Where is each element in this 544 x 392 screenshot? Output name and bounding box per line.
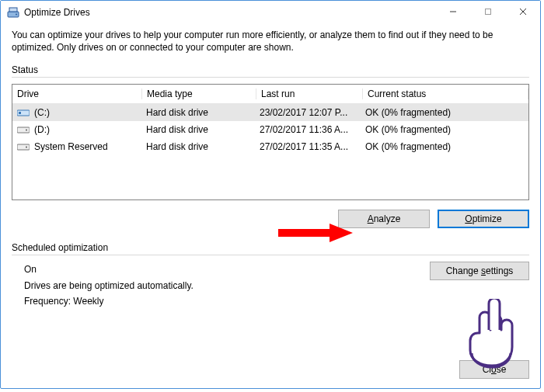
svg-point-12 (26, 147, 27, 148)
drive-status: OK (0% fragmented) (361, 141, 528, 152)
drive-name: System Reserved (34, 141, 108, 152)
minimize-button[interactable] (435, 1, 470, 23)
status-rule (12, 77, 529, 78)
col-header-media[interactable]: Media type (142, 88, 256, 99)
drive-media: Hard disk drive (141, 107, 255, 118)
status-buttons: Analyze Optimize (12, 210, 529, 228)
close-button[interactable] (505, 1, 540, 23)
drive-icon (17, 142, 30, 151)
col-header-drive[interactable]: Drive (12, 88, 142, 99)
scheduled-state: On (24, 262, 420, 277)
drive-status: OK (0% fragmented) (361, 107, 528, 118)
window-controls (435, 1, 540, 24)
svg-rect-9 (17, 127, 30, 133)
svg-rect-8 (19, 112, 21, 114)
change-settings-button[interactable]: Change settings (430, 262, 529, 280)
scheduled-label: Scheduled optimization (12, 242, 529, 253)
table-row[interactable]: (D:) Hard disk drive 27/02/2017 11:36 A.… (12, 121, 528, 138)
window-title: Optimize Drives (24, 7, 435, 18)
scheduled-freq: Frequency: Weekly (24, 293, 420, 309)
svg-rect-4 (485, 9, 490, 15)
scheduled-rule (12, 255, 529, 255)
svg-point-10 (26, 130, 27, 131)
optimize-button[interactable]: Optimize (438, 210, 529, 228)
drive-last: 23/02/2017 12:07 P... (255, 107, 361, 118)
scheduled-desc: Drives are being optimized automatically… (24, 278, 420, 293)
col-header-status[interactable]: Current status (363, 88, 528, 99)
titlebar: Optimize Drives (1, 1, 540, 24)
svg-rect-1 (9, 8, 17, 12)
drives-header-row: Drive Media type Last run Current status (12, 85, 528, 104)
drive-name: (D:) (34, 124, 50, 135)
drive-icon (17, 125, 30, 134)
status-label: Status (12, 64, 529, 75)
table-row[interactable]: (C:) Hard disk drive 23/02/2017 12:07 P.… (12, 104, 528, 121)
close-dialog-button[interactable]: Close (459, 360, 529, 379)
table-row[interactable]: System Reserved Hard disk drive 27/02/20… (12, 138, 528, 155)
analyze-button[interactable]: Analyze (338, 210, 430, 228)
drives-list[interactable]: Drive Media type Last run Current status… (12, 84, 529, 200)
app-icon (7, 6, 19, 19)
drive-icon (17, 108, 30, 117)
maximize-button[interactable] (470, 1, 505, 23)
drive-media: Hard disk drive (141, 124, 255, 135)
svg-point-2 (16, 14, 17, 16)
drive-last: 27/02/2017 11:35 A... (255, 141, 361, 152)
intro-text: You can optimize your drives to help you… (12, 29, 529, 54)
drive-name: (C:) (34, 107, 50, 118)
optimize-drives-window: Optimize Drives You can optimize your dr… (0, 0, 541, 389)
drive-last: 27/02/2017 11:36 A... (255, 124, 361, 135)
drive-status: OK (0% fragmented) (361, 124, 528, 135)
svg-rect-11 (17, 144, 30, 150)
col-header-last[interactable]: Last run (256, 88, 363, 99)
drive-media: Hard disk drive (141, 141, 255, 152)
scheduled-text: On Drives are being optimized automatica… (12, 262, 420, 309)
